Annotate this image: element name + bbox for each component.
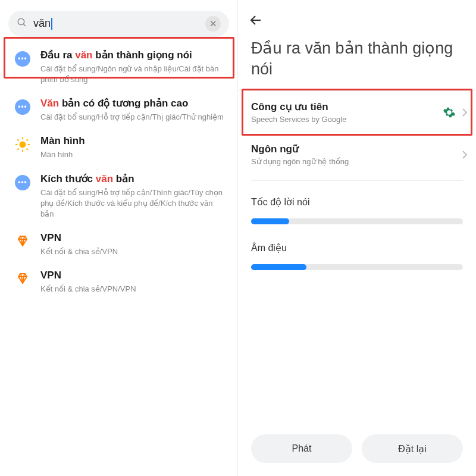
result-title: Văn bản có độ tương phản cao — [40, 97, 227, 111]
slider-fill — [251, 218, 289, 224]
back-button[interactable] — [249, 13, 263, 27]
chevron-right-icon — [462, 150, 468, 159]
speech-rate-label: Tốc độ lời nói — [238, 186, 476, 214]
page-title: Đầu ra văn bản thành giọng nói — [238, 27, 476, 90]
speech-rate-slider[interactable] — [251, 214, 463, 229]
display-sun-icon — [11, 134, 35, 152]
reset-button[interactable]: Đặt lại — [362, 434, 463, 463]
play-button[interactable]: Phát — [251, 434, 352, 463]
close-icon: ✕ — [209, 19, 217, 28]
search-value: văn — [33, 17, 205, 30]
search-input[interactable]: văn ✕ — [8, 11, 229, 37]
search-icon — [17, 17, 27, 30]
row-title: Ngôn ngữ — [251, 143, 462, 155]
row-subtitle: Sử dụng ngôn ngữ hệ thống — [251, 157, 462, 166]
pitch-slider[interactable] — [251, 259, 463, 275]
search-result-item[interactable]: VPNKết nối & chia sẻ/VPN — [0, 226, 237, 263]
row-subtitle: Speech Services by Google — [251, 115, 443, 124]
result-title: VPN — [40, 231, 227, 245]
search-result-item[interactable]: •••Văn bản có độ tương phản caoCài đặt b… — [0, 91, 237, 129]
row-title: Công cụ ưu tiên — [251, 101, 443, 113]
pitch-label: Âm điệu — [238, 236, 476, 259]
settings-dots-icon: ••• — [11, 49, 35, 67]
vpn-icon — [11, 231, 35, 248]
svg-line-9 — [17, 149, 18, 150]
result-path: Cài đặt bổ sung/Ngôn ngữ và nhập liệu/Cà… — [40, 64, 227, 85]
search-result-item[interactable]: VPNKết nối & chia sẻ/VPN/VPN — [0, 263, 237, 300]
search-result-item[interactable]: Màn hìnhMàn hình — [0, 129, 237, 166]
result-title: Đầu ra văn bản thành giọng nói — [40, 49, 227, 62]
result-path: Kết nối & chia sẻ/VPN/VPN — [40, 284, 227, 295]
action-buttons: Phát Đặt lại — [238, 434, 476, 463]
svg-line-7 — [17, 140, 18, 141]
result-title: VPN — [40, 269, 227, 283]
clear-search-button[interactable]: ✕ — [205, 16, 221, 32]
search-bar: văn ✕ — [8, 11, 229, 37]
gear-icon[interactable] — [443, 106, 456, 119]
svg-point-2 — [20, 142, 26, 148]
search-result-item[interactable]: •••Kích thước văn bảnCài đặt bổ sung/Hỗ … — [0, 167, 237, 226]
svg-line-8 — [27, 149, 28, 150]
text-caret — [51, 18, 52, 30]
match-highlight: Văn — [40, 98, 59, 109]
result-title: Màn hình — [40, 134, 227, 148]
match-highlight: văn — [75, 49, 92, 61]
divider — [251, 180, 463, 181]
result-title: Kích thước văn bản — [40, 173, 227, 186]
search-result-item[interactable]: •••Đầu ra văn bản thành giọng nóiCài đặt… — [0, 43, 237, 91]
language-row[interactable]: Ngôn ngữ Sử dụng ngôn ngữ hệ thống — [238, 133, 476, 176]
chevron-right-icon — [462, 108, 468, 117]
search-results-pane: văn ✕ •••Đầu ra văn bản thành giọng nóiC… — [0, 0, 238, 476]
svg-point-0 — [18, 18, 24, 25]
result-path: Cài đặt bổ sung/Hỗ trợ tiếp cận/Thính gi… — [40, 187, 227, 220]
svg-line-1 — [23, 24, 26, 26]
result-path: Kết nối & chia sẻ/VPN — [40, 246, 227, 257]
result-path: Cài đặt bổ sung/Hỗ trợ tiếp cận/Thị giác… — [40, 112, 227, 123]
result-path: Màn hình — [40, 149, 227, 160]
match-highlight: văn — [96, 173, 113, 184]
slider-fill — [251, 264, 306, 270]
settings-dots-icon: ••• — [11, 97, 35, 115]
preferred-engine-row[interactable]: Công cụ ưu tiên Speech Services by Googl… — [238, 91, 476, 133]
svg-line-10 — [27, 140, 28, 141]
header-row — [238, 0, 476, 27]
tts-settings-pane: Đầu ra văn bản thành giọng nói Công cụ ư… — [238, 0, 476, 476]
settings-dots-icon: ••• — [11, 173, 35, 190]
vpn-icon — [11, 269, 35, 286]
